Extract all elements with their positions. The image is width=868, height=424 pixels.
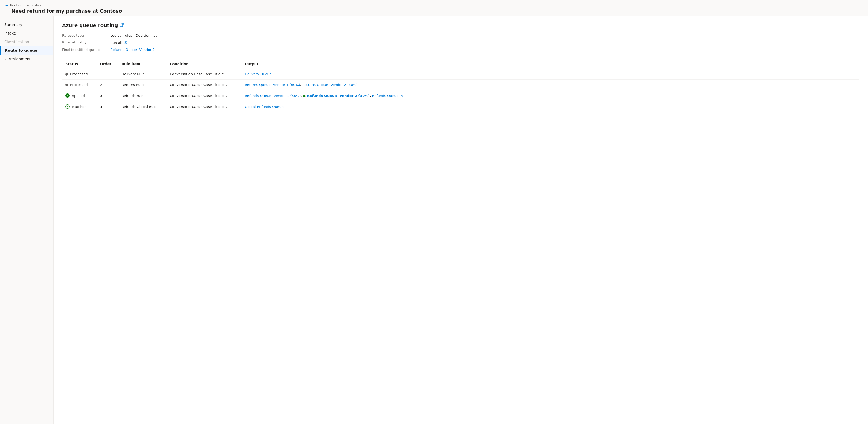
status-label: Processed [70, 72, 88, 76]
sidebar-item-summary[interactable]: Summary [0, 20, 53, 29]
field-value-ruleset-type: Logical rules - Decision list [110, 33, 860, 37]
status-check-applied: ✓ [65, 93, 70, 98]
output-cell: Global Refunds Queue [242, 101, 860, 112]
status-cell: ✓ Applied [65, 93, 94, 98]
table-row: ✓ Matched 4 Refunds Global Rule Conversa… [62, 101, 860, 112]
col-header-output: Output [242, 59, 860, 69]
condition-cell: Conversation.Case.Case Title c... [166, 90, 242, 101]
chevron-down-icon: ⌄ [4, 58, 6, 61]
sidebar-item-route-to-queue[interactable]: Route to queue [0, 46, 53, 55]
table-row: ✓ Applied 3 Refunds rule Conversation.Ca… [62, 90, 860, 101]
output-separator: , [300, 83, 302, 87]
col-header-status: Status [62, 59, 97, 69]
col-header-order: Order [97, 59, 118, 69]
order-cell: 3 [97, 90, 118, 101]
table-row: Processed 1 Delivery Rule Conversation.C… [62, 69, 860, 80]
info-grid: Ruleset type Logical rules - Decision li… [62, 33, 860, 52]
breadcrumb: ← Routing diagnostics [5, 3, 863, 7]
app-container: ← Routing diagnostics Need refund for my… [0, 0, 868, 424]
output-link-refunds-vendorv[interactable]: Refunds Queue- V [372, 94, 403, 98]
sidebar-item-intake[interactable]: Intake [0, 29, 53, 37]
output-cell: Refunds Queue- Vendor 1 (50%), ● Refunds… [242, 90, 860, 101]
field-value-rule-hit-policy: Run all ⓘ [110, 40, 860, 45]
main-layout: Summary Intake Classification Route to q… [0, 16, 868, 424]
condition-cell: Conversation.Case.Case Title c... [166, 80, 242, 90]
table-row: Processed 2 Returns Rule Conversation.Ca… [62, 80, 860, 90]
rules-table: Status Order Rule item Condition Output [62, 59, 860, 112]
status-dot-processed [65, 73, 68, 75]
info-icon[interactable]: ⓘ [124, 40, 127, 45]
breadcrumb-text: Routing diagnostics [10, 3, 42, 7]
output-link-2[interactable]: Returns Queue- Vendor 2 (40%) [302, 83, 358, 87]
rule-item-cell: Refunds rule [118, 90, 166, 101]
order-cell: 4 [97, 101, 118, 112]
output-cell: Delivery Queue [242, 69, 860, 80]
order-cell: 1 [97, 69, 118, 80]
status-label: Applied [72, 94, 85, 98]
section-title-text: Azure queue routing [62, 23, 118, 28]
status-dot-processed [65, 84, 68, 86]
sidebar-item-label: Assignment [8, 57, 31, 61]
output-link-global[interactable]: Global Refunds Queue [245, 105, 283, 109]
page-title: Need refund for my purchase at Contoso [11, 8, 863, 14]
output-cell: Returns Queue- Vendor 1 (60%), Returns Q… [242, 80, 860, 90]
status-label: Matched [72, 105, 87, 109]
run-all-text: Run all [110, 41, 122, 45]
output-link-refunds-vendor2[interactable]: Refunds Queue- Vendor 2 (30%) [307, 94, 370, 98]
field-label-rule-hit-policy: Rule hit policy [62, 40, 110, 45]
output-separator: , [301, 94, 303, 98]
output-link-1[interactable]: Returns Queue- Vendor 1 (60%) [245, 83, 300, 87]
status-cell: Processed [65, 72, 94, 76]
output-link-refunds-vendor1[interactable]: Refunds Queue- Vendor 1 (50%) [245, 94, 301, 98]
status-label: Processed [70, 83, 88, 87]
external-link-icon[interactable] [120, 23, 124, 28]
applied-check-icon: ● [303, 94, 306, 98]
field-label-ruleset-type: Ruleset type [62, 33, 110, 37]
field-value-final-queue[interactable]: Refunds Queue- Vendor 2 [110, 48, 860, 52]
sidebar-item-label: Route to queue [5, 48, 37, 53]
back-button[interactable]: ← [5, 3, 8, 7]
header: ← Routing diagnostics Need refund for my… [0, 0, 868, 16]
sidebar-item-label: Intake [4, 31, 16, 35]
section-title: Azure queue routing [62, 23, 860, 28]
sidebar-item-label: Classification [4, 40, 29, 44]
sidebar: Summary Intake Classification Route to q… [0, 16, 54, 424]
rule-item-cell: Refunds Global Rule [118, 101, 166, 112]
sidebar-item-assignment[interactable]: ⌄ Assignment [0, 55, 53, 63]
rule-item-cell: Delivery Rule [118, 69, 166, 80]
sidebar-item-classification: Classification [0, 37, 53, 46]
status-cell: Processed [65, 83, 94, 87]
sidebar-item-label: Summary [4, 23, 23, 27]
status-check-matched: ✓ [65, 104, 70, 109]
rule-item-cell: Returns Rule [118, 80, 166, 90]
condition-cell: Conversation.Case.Case Title c... [166, 101, 242, 112]
output-link[interactable]: Delivery Queue [245, 72, 272, 76]
col-header-rule-item: Rule item [118, 59, 166, 69]
field-label-final-queue: Final identified queue [62, 48, 110, 52]
condition-cell: Conversation.Case.Case Title c... [166, 69, 242, 80]
col-header-condition: Condition [166, 59, 242, 69]
order-cell: 2 [97, 80, 118, 90]
status-cell: ✓ Matched [65, 104, 94, 109]
content-area: Azure queue routing Ruleset type Logical… [54, 16, 868, 424]
